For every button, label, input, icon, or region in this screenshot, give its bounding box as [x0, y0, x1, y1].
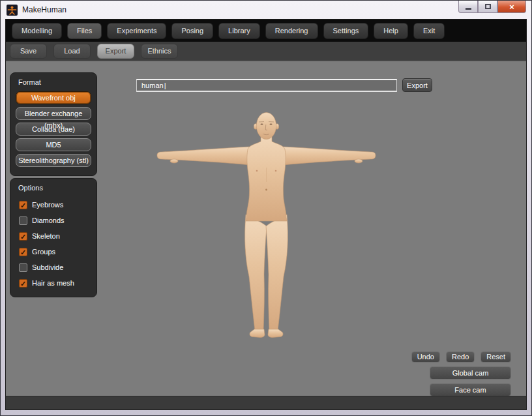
undo-button[interactable]: Undo	[411, 351, 440, 363]
format-stereolith-stl-button[interactable]: Stereolithography (stl)	[16, 154, 91, 167]
reset-button[interactable]: Reset	[480, 351, 511, 363]
checkbox-icon[interactable]: ✓	[19, 263, 27, 272]
checkbox-icon[interactable]: ✓	[19, 216, 27, 225]
text-caret: |	[164, 82, 166, 89]
makehuman-window: MakeHuman × Modelling Files Experiments …	[0, 0, 532, 416]
close-icon: ×	[509, 2, 514, 12]
makehuman-logo-icon	[7, 5, 18, 16]
format-blender-mhx-button[interactable]: Blender exchange (mhx)	[16, 107, 91, 120]
format-md5-button[interactable]: MD5	[16, 138, 91, 151]
subtab-load[interactable]: Load	[53, 44, 91, 59]
3d-viewport[interactable]: Format Wavefront obj Blender exchange (m…	[6, 61, 526, 396]
tab-modelling[interactable]: Modelling	[12, 23, 62, 39]
client-area: Modelling Files Experiments Posing Libra…	[5, 19, 527, 410]
view-controls: Undo Redo Reset Global cam Face cam	[411, 351, 511, 396]
main-menu-bar: Modelling Files Experiments Posing Libra…	[6, 20, 526, 42]
checkbox-icon[interactable]: ✓	[19, 248, 27, 256]
tab-help[interactable]: Help	[374, 23, 408, 39]
options-panel: Options ✓ Eyebrows ✓ Diamonds ✓ Skeleton…	[10, 178, 97, 297]
options-panel-title: Options	[18, 184, 91, 192]
global-cam-button[interactable]: Global cam	[430, 366, 511, 379]
minimize-button[interactable]	[458, 1, 478, 13]
checkbox-icon[interactable]: ✓	[19, 232, 27, 241]
titlebar[interactable]: MakeHuman	[1, 1, 531, 19]
format-panel-title: Format	[18, 78, 91, 86]
history-buttons: Undo Redo Reset	[411, 351, 511, 363]
tab-posing[interactable]: Posing	[171, 23, 213, 39]
option-subdivide[interactable]: ✓ Subdivide	[16, 260, 91, 275]
subtab-ethnics[interactable]: Ethnics	[141, 44, 178, 59]
checkbox-icon[interactable]: ✓	[19, 279, 27, 288]
option-label: Hair as mesh	[32, 279, 74, 287]
subtab-export[interactable]: Export	[97, 44, 134, 59]
tab-exit[interactable]: Exit	[413, 23, 445, 39]
minimize-icon	[466, 8, 471, 10]
format-panel: Format Wavefront obj Blender exchange (m…	[10, 72, 97, 176]
option-eyebrows[interactable]: ✓ Eyebrows	[16, 197, 91, 213]
option-label: Subdivide	[32, 263, 63, 271]
tab-rendering[interactable]: Rendering	[265, 23, 318, 39]
filename-value: human	[141, 82, 164, 89]
option-skeleton[interactable]: ✓ Skeleton	[16, 228, 91, 244]
bottom-strip	[6, 396, 526, 409]
check-icon: ✓	[20, 280, 26, 288]
tab-settings[interactable]: Settings	[323, 23, 369, 39]
export-button[interactable]: Export	[402, 78, 432, 92]
redo-button[interactable]: Redo	[446, 351, 475, 363]
option-label: Eyebrows	[32, 201, 63, 209]
maximize-icon	[485, 4, 491, 9]
sub-tab-bar: Save Load Export Ethnics	[6, 42, 526, 61]
option-label: Diamonds	[32, 216, 65, 224]
subtab-save[interactable]: Save	[10, 44, 47, 59]
format-collada-dae-button[interactable]: Collada (dae)	[16, 123, 91, 136]
check-icon: ✓	[20, 248, 26, 256]
filename-input[interactable]: human|	[136, 79, 397, 92]
option-groups[interactable]: ✓ Groups	[16, 244, 91, 260]
check-icon: ✓	[20, 201, 26, 209]
checkbox-icon[interactable]: ✓	[19, 201, 27, 209]
tab-files[interactable]: Files	[67, 23, 102, 39]
tab-experiments[interactable]: Experiments	[107, 23, 166, 39]
option-label: Skeleton	[32, 232, 60, 240]
maximize-button[interactable]	[478, 1, 497, 13]
window-controls: ×	[458, 1, 526, 13]
option-label: Groups	[32, 248, 55, 256]
option-hair-as-mesh[interactable]: ✓ Hair as mesh	[16, 275, 91, 291]
human-model[interactable]	[151, 105, 385, 340]
format-wavefront-obj-button[interactable]: Wavefront obj	[16, 91, 91, 104]
check-icon: ✓	[20, 233, 26, 241]
close-button[interactable]: ×	[497, 1, 526, 13]
tab-library[interactable]: Library	[218, 23, 260, 39]
option-diamonds[interactable]: ✓ Diamonds	[16, 213, 91, 228]
face-cam-button[interactable]: Face cam	[430, 383, 511, 396]
window-title: MakeHuman	[22, 5, 66, 14]
